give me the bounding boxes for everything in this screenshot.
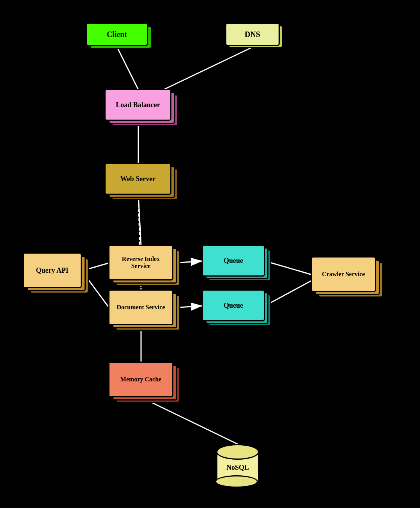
- load-balancer-label: Load Balancer: [104, 89, 171, 121]
- queue2-label: Queue: [202, 289, 265, 321]
- crawler-service-label: Crawler Service: [311, 256, 376, 292]
- nosql-label: NoSQL: [216, 464, 259, 472]
- document-service-label: Document Service: [108, 289, 173, 325]
- svg-line-0: [117, 47, 138, 90]
- svg-line-3: [138, 195, 141, 245]
- web-server-label: Web Server: [104, 163, 171, 195]
- svg-line-10: [265, 280, 312, 306]
- svg-line-1: [164, 47, 253, 90]
- queue1-label: Queue: [202, 245, 265, 277]
- svg-line-12: [141, 397, 238, 444]
- reverse-index-label: Reverse Index Service: [108, 245, 173, 280]
- query-api-label: Query API: [23, 252, 82, 288]
- memory-cache-label: Memory Cache: [108, 362, 173, 397]
- client-label: Client: [86, 23, 148, 46]
- svg-line-9: [265, 261, 312, 275]
- dns-label: DNS: [225, 23, 280, 46]
